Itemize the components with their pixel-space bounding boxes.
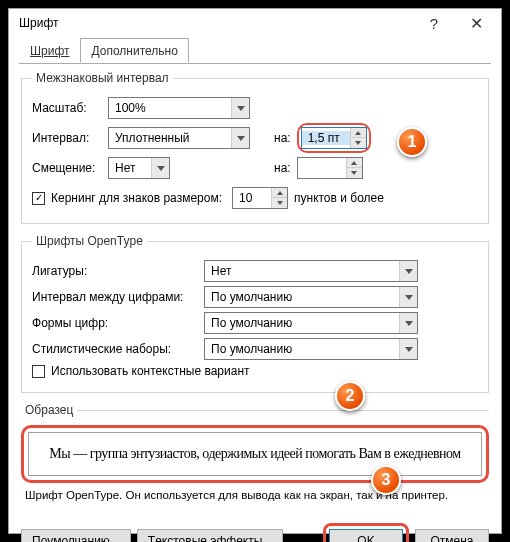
- position-label: Смещение:: [32, 161, 102, 175]
- tab-advanced[interactable]: Дополнительно: [80, 38, 188, 63]
- help-icon[interactable]: ?: [413, 9, 455, 37]
- close-icon[interactable]: ✕: [455, 9, 497, 37]
- checkbox-unchecked-icon: [32, 365, 45, 378]
- kerning-checkbox[interactable]: ✓ Кернинг для знаков размером:: [32, 191, 222, 205]
- spacing-combo[interactable]: Уплотненный: [108, 127, 250, 149]
- styleset-combo[interactable]: По умолчанию: [204, 338, 418, 360]
- annotation-badge-1: 1: [397, 127, 427, 157]
- checkbox-checked-icon: ✓: [32, 192, 45, 205]
- chevron-down-icon[interactable]: [399, 261, 417, 281]
- spin-up-icon[interactable]: [272, 188, 287, 198]
- kerning-size-spin[interactable]: 10: [232, 187, 288, 209]
- spin-up-icon[interactable]: [351, 128, 366, 138]
- position-combo[interactable]: Нет: [108, 157, 170, 179]
- ligatures-combo[interactable]: Нет: [204, 260, 418, 282]
- sample-preview: Мы — группа энтузиастов, одержимых идеей…: [28, 432, 482, 476]
- footer: По умолчанию... Текстовые эффекты... OK …: [9, 515, 501, 542]
- numform-combo[interactable]: По умолчанию: [204, 312, 418, 334]
- group-sample: Образец Мы — группа энтузиастов, одержим…: [21, 403, 489, 501]
- chevron-down-icon[interactable]: [399, 339, 417, 359]
- legend-opentype: Шрифты OpenType: [32, 234, 147, 248]
- spin-down-icon[interactable]: [347, 168, 362, 178]
- legend-spacing: Межзнаковый интервал: [32, 71, 173, 85]
- chevron-down-icon[interactable]: [231, 98, 249, 118]
- tab-font[interactable]: Шрифт: [19, 38, 80, 63]
- window-title: Шрифт: [19, 16, 413, 30]
- group-opentype: Шрифты OpenType Лигатуры: Нет Интервал м…: [21, 234, 489, 393]
- cancel-button[interactable]: Отмена: [415, 529, 489, 542]
- chevron-down-icon[interactable]: [399, 287, 417, 307]
- sample-highlight: Мы — группа энтузиастов, одержимых идеей…: [21, 425, 489, 483]
- contextual-checkbox[interactable]: Использовать контекстные вариант: [32, 364, 250, 378]
- spin-down-icon[interactable]: [272, 198, 287, 208]
- position-by-spin[interactable]: [297, 157, 363, 179]
- spacing-label: Интервал:: [32, 131, 102, 145]
- ok-button[interactable]: OK: [329, 529, 403, 542]
- titlebar: Шрифт ? ✕: [9, 9, 501, 37]
- numform-label: Формы цифр:: [32, 316, 198, 330]
- font-dialog: Шрифт ? ✕ Шрифт Дополнительно Межзнаковы…: [8, 8, 502, 534]
- annotation-badge-3: 3: [371, 465, 401, 495]
- numspacing-combo[interactable]: По умолчанию: [204, 286, 418, 308]
- chevron-down-icon[interactable]: [151, 158, 169, 178]
- spin-up-icon[interactable]: [347, 158, 362, 168]
- chevron-down-icon[interactable]: [231, 128, 249, 148]
- ok-highlight: OK: [323, 523, 409, 542]
- by1-label: на:: [274, 131, 291, 145]
- tab-strip: Шрифт Дополнительно: [19, 38, 491, 64]
- chevron-down-icon[interactable]: [399, 313, 417, 333]
- numspacing-label: Интервал между цифрами:: [32, 290, 198, 304]
- spin-down-icon[interactable]: [351, 138, 366, 148]
- sample-hint: Шрифт OpenType. Он используется для выво…: [25, 489, 489, 501]
- text-effects-button[interactable]: Текстовые эффекты...: [137, 529, 284, 542]
- legend-sample: Образец: [21, 403, 77, 417]
- ligatures-label: Лигатуры:: [32, 264, 198, 278]
- styleset-label: Стилистические наборы:: [32, 342, 198, 356]
- scale-combo[interactable]: 100%: [108, 97, 250, 119]
- by2-label: на:: [274, 161, 291, 175]
- scale-label: Масштаб:: [32, 101, 102, 115]
- default-button[interactable]: По умолчанию...: [21, 529, 131, 542]
- annotation-badge-2: 2: [335, 381, 365, 411]
- kerning-suffix: пунктов и более: [294, 191, 384, 205]
- spacing-by-spin[interactable]: 1,5 пт: [301, 127, 367, 149]
